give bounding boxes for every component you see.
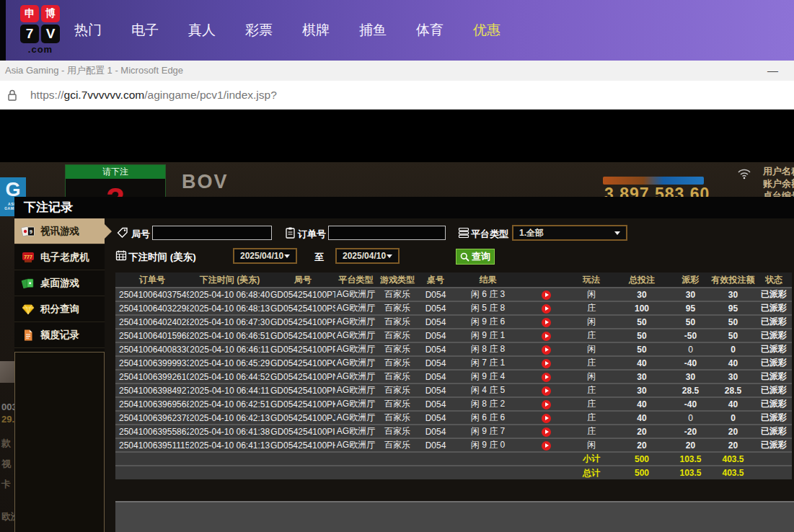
play-icon: [545, 389, 549, 393]
cell-c-order: 250410063955862: [115, 425, 189, 438]
date-from-value: 2025/04/10: [240, 251, 283, 261]
nav-item-board[interactable]: 棋牌: [302, 21, 330, 40]
cell-c-platform: AG欧洲厅: [335, 370, 376, 384]
cell-c-order: 250410063969568: [115, 397, 189, 411]
to-label: 至: [314, 251, 324, 264]
slot-machine-icon: 777: [21, 251, 35, 264]
black-band: [0, 110, 794, 162]
cell-c-num: 30: [710, 288, 756, 301]
platform-type-label: 平台类型: [471, 228, 508, 241]
cell-c-table: D054: [418, 370, 453, 384]
cell-c-order: 250410063984927: [115, 384, 189, 397]
cell-c-num: 50: [613, 315, 671, 329]
cell-c-game: 百家乐: [376, 356, 418, 370]
table-row: 2504100639558622025-04-10 06:41:38GD0542…: [115, 425, 792, 438]
cell-c-game: 百家乐: [376, 329, 418, 342]
cell-c-game: 百家乐: [376, 342, 418, 356]
play-result-button[interactable]: [542, 359, 551, 368]
round-number-input[interactable]: [152, 226, 272, 240]
document-icon: [21, 329, 35, 342]
cell-c-side: 庄: [570, 356, 613, 370]
play-result-button[interactable]: [542, 386, 551, 396]
cell-c-result: 闲 4 庄 5: [453, 384, 523, 397]
svg-text:777: 777: [24, 254, 32, 259]
sidebar-item-label: 额度记录: [40, 329, 79, 342]
cell-c-platform: AG欧洲厅: [335, 384, 376, 397]
sidebar-item-points-inquiry[interactable]: 积分查询: [14, 296, 105, 322]
address-bar[interactable]: https://gci.7vvvvvv.com/agingame/pcv1/in…: [0, 81, 794, 110]
play-result-button[interactable]: [542, 441, 551, 451]
nav-item-sports[interactable]: 体育: [416, 21, 444, 40]
cards-icon: 9: [21, 225, 35, 238]
sidebar-item-table-games[interactable]: 桌面游戏: [14, 270, 105, 296]
play-icon: [545, 443, 549, 448]
nav-item-lottery[interactable]: 彩票: [245, 21, 273, 40]
minimize-button[interactable]: —: [767, 61, 778, 81]
cell-c-round: GD054254100PR: [270, 315, 335, 329]
cell-pay-win: 28.5: [671, 384, 710, 397]
date-to-select[interactable]: 2025/04/10: [335, 248, 400, 264]
play-result-button[interactable]: [542, 400, 551, 409]
cell-c-result: 闲 9 庄 1: [453, 329, 523, 342]
cell-c-time: 2025-04-10 06:44:52: [189, 370, 270, 384]
nav-item-promo[interactable]: 优惠: [473, 21, 500, 40]
logo-suffix: .com: [20, 44, 61, 55]
result-video-cell: [523, 411, 570, 425]
cell-c-time: 2025-04-10 06:44:11: [189, 384, 270, 397]
play-result-button[interactable]: [542, 414, 551, 423]
cell-c-table: D054: [418, 411, 453, 425]
cell-c-table: D054: [418, 438, 453, 452]
play-result-button[interactable]: [542, 345, 551, 355]
play-result-button[interactable]: [542, 318, 551, 327]
cell-pay-loss: -40: [671, 356, 710, 370]
nav-item-slots[interactable]: 电子: [131, 21, 159, 40]
platform-type-value: 1.全部: [519, 227, 544, 239]
result-video-cell: [523, 315, 570, 329]
sidebar-item-live-video-games[interactable]: 9 视讯游戏: [14, 218, 105, 244]
cell-pay-win: 30: [671, 370, 710, 384]
site-logo[interactable]: 申 博 7 V .com: [20, 5, 61, 55]
order-number-input[interactable]: [328, 226, 446, 240]
lock-icon: [6, 89, 18, 105]
logo-tile: 博: [41, 5, 60, 22]
url-text: https://gci.7vvvvvv.com/agingame/pcv1/in…: [30, 81, 277, 109]
sidebar-item-slot-machines[interactable]: 777 电子老虎机: [14, 244, 105, 270]
tag-icon: [117, 227, 128, 241]
nav-item-fishing[interactable]: 捕鱼: [359, 21, 387, 40]
play-result-button[interactable]: [542, 373, 551, 382]
cell-c-round: GD054254100PJ: [270, 411, 335, 425]
cell-c-game: 百家乐: [376, 397, 418, 411]
cell-c-num: 50: [710, 329, 756, 342]
table-row: 2504100639999332025-04-10 06:45:29GD0542…: [115, 356, 792, 370]
cell-c-table: D054: [418, 288, 453, 301]
play-icon: [545, 430, 549, 434]
play-result-button[interactable]: [542, 332, 551, 341]
cell-c-round: GD054254100PH: [270, 438, 335, 452]
play-result-button[interactable]: [542, 427, 551, 437]
sidebar-item-credit-records[interactable]: 额度记录: [14, 322, 105, 348]
cell-pay-win: 50: [671, 315, 710, 329]
cell-c-table: D054: [418, 384, 453, 397]
cell-c-order: 250410064024028: [115, 315, 189, 329]
cell-c-round: GD054254100PM: [270, 384, 335, 397]
sidebar-item-label: 电子老虎机: [40, 251, 89, 264]
platform-type-select[interactable]: 1.全部: [512, 225, 627, 241]
cell-c-game: 百家乐: [376, 288, 418, 301]
cell-c-num: 20: [710, 438, 756, 452]
table-row: 2504100639623782025-04-10 06:42:13GD0542…: [115, 411, 792, 425]
play-result-button[interactable]: [542, 291, 551, 300]
nav-item-hot[interactable]: 热门: [74, 21, 102, 40]
play-result-button[interactable]: [542, 304, 551, 314]
cell-c-status: 已派彩: [756, 356, 792, 370]
nav-item-live[interactable]: 真人: [188, 21, 216, 40]
gem-icon: [21, 303, 35, 316]
panel-sidebar: 9 视讯游戏 777 电子老虎机 桌面游戏 积分查询: [14, 218, 105, 532]
cell-c-platform: AG欧洲厅: [335, 315, 376, 329]
cell-c-status: 已派彩: [756, 342, 792, 356]
logo-tile: 7: [20, 25, 39, 43]
result-video-cell: [523, 384, 570, 397]
cell-c-num: 20: [613, 425, 671, 438]
search-button[interactable]: 查询: [456, 249, 495, 265]
play-icon: [545, 416, 549, 420]
date-from-select[interactable]: 2025/04/10: [233, 248, 297, 264]
